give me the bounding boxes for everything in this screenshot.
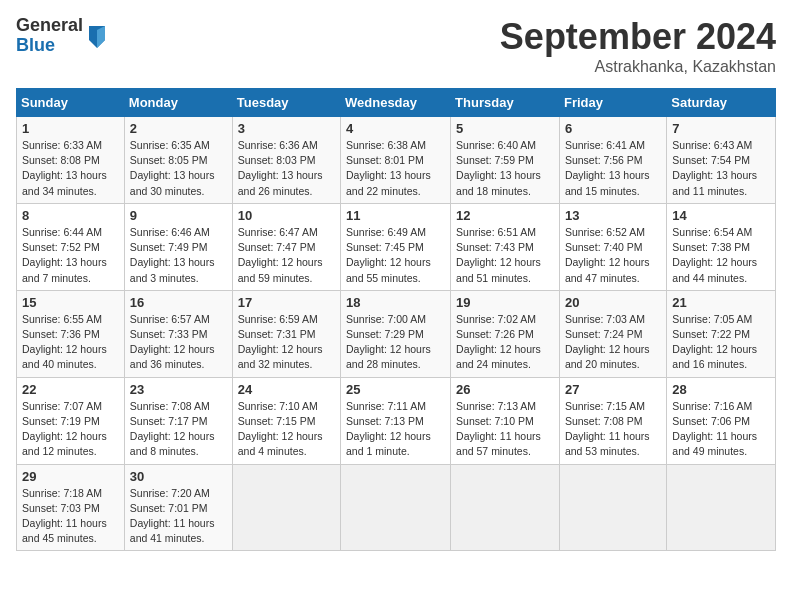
calendar-cell: 27Sunrise: 7:15 AM Sunset: 7:08 PM Dayli… [559,377,666,464]
day-info: Sunrise: 7:13 AM Sunset: 7:10 PM Dayligh… [456,399,554,460]
day-number: 27 [565,382,661,397]
day-number: 15 [22,295,119,310]
day-number: 26 [456,382,554,397]
day-info: Sunrise: 6:51 AM Sunset: 7:43 PM Dayligh… [456,225,554,286]
day-info: Sunrise: 7:03 AM Sunset: 7:24 PM Dayligh… [565,312,661,373]
logo-general: General [16,16,83,36]
col-header-tuesday: Tuesday [232,89,340,117]
calendar-cell: 16Sunrise: 6:57 AM Sunset: 7:33 PM Dayli… [124,290,232,377]
calendar-cell: 11Sunrise: 6:49 AM Sunset: 7:45 PM Dayli… [341,203,451,290]
calendar-cell: 15Sunrise: 6:55 AM Sunset: 7:36 PM Dayli… [17,290,125,377]
calendar-cell: 5Sunrise: 6:40 AM Sunset: 7:59 PM Daylig… [451,117,560,204]
day-info: Sunrise: 6:33 AM Sunset: 8:08 PM Dayligh… [22,138,119,199]
day-number: 24 [238,382,335,397]
calendar-cell: 4Sunrise: 6:38 AM Sunset: 8:01 PM Daylig… [341,117,451,204]
day-info: Sunrise: 6:40 AM Sunset: 7:59 PM Dayligh… [456,138,554,199]
calendar-cell: 13Sunrise: 6:52 AM Sunset: 7:40 PM Dayli… [559,203,666,290]
day-info: Sunrise: 6:55 AM Sunset: 7:36 PM Dayligh… [22,312,119,373]
calendar-cell [341,464,451,551]
day-number: 7 [672,121,770,136]
calendar-cell: 18Sunrise: 7:00 AM Sunset: 7:29 PM Dayli… [341,290,451,377]
day-info: Sunrise: 7:10 AM Sunset: 7:15 PM Dayligh… [238,399,335,460]
calendar-cell: 3Sunrise: 6:36 AM Sunset: 8:03 PM Daylig… [232,117,340,204]
calendar-cell [451,464,560,551]
day-number: 13 [565,208,661,223]
day-number: 6 [565,121,661,136]
day-number: 23 [130,382,227,397]
day-info: Sunrise: 7:11 AM Sunset: 7:13 PM Dayligh… [346,399,445,460]
day-number: 9 [130,208,227,223]
day-number: 28 [672,382,770,397]
col-header-monday: Monday [124,89,232,117]
day-info: Sunrise: 6:57 AM Sunset: 7:33 PM Dayligh… [130,312,227,373]
calendar-cell: 20Sunrise: 7:03 AM Sunset: 7:24 PM Dayli… [559,290,666,377]
day-info: Sunrise: 6:36 AM Sunset: 8:03 PM Dayligh… [238,138,335,199]
day-number: 1 [22,121,119,136]
month-title: September 2024 [500,16,776,58]
day-number: 14 [672,208,770,223]
day-info: Sunrise: 6:44 AM Sunset: 7:52 PM Dayligh… [22,225,119,286]
title-block: September 2024 Astrakhanka, Kazakhstan [500,16,776,76]
day-number: 12 [456,208,554,223]
logo: General Blue [16,16,109,56]
day-number: 10 [238,208,335,223]
calendar-cell: 8Sunrise: 6:44 AM Sunset: 7:52 PM Daylig… [17,203,125,290]
day-info: Sunrise: 6:41 AM Sunset: 7:56 PM Dayligh… [565,138,661,199]
calendar-cell: 24Sunrise: 7:10 AM Sunset: 7:15 PM Dayli… [232,377,340,464]
day-number: 8 [22,208,119,223]
header-row: SundayMondayTuesdayWednesdayThursdayFrid… [17,89,776,117]
week-row: 8Sunrise: 6:44 AM Sunset: 7:52 PM Daylig… [17,203,776,290]
week-row: 15Sunrise: 6:55 AM Sunset: 7:36 PM Dayli… [17,290,776,377]
calendar-cell: 9Sunrise: 6:46 AM Sunset: 7:49 PM Daylig… [124,203,232,290]
col-header-thursday: Thursday [451,89,560,117]
col-header-sunday: Sunday [17,89,125,117]
day-info: Sunrise: 6:35 AM Sunset: 8:05 PM Dayligh… [130,138,227,199]
day-number: 20 [565,295,661,310]
day-info: Sunrise: 7:18 AM Sunset: 7:03 PM Dayligh… [22,486,119,547]
calendar-cell [667,464,776,551]
day-info: Sunrise: 6:46 AM Sunset: 7:49 PM Dayligh… [130,225,227,286]
col-header-wednesday: Wednesday [341,89,451,117]
day-info: Sunrise: 6:38 AM Sunset: 8:01 PM Dayligh… [346,138,445,199]
day-number: 21 [672,295,770,310]
calendar-cell: 26Sunrise: 7:13 AM Sunset: 7:10 PM Dayli… [451,377,560,464]
day-info: Sunrise: 6:52 AM Sunset: 7:40 PM Dayligh… [565,225,661,286]
calendar-cell: 6Sunrise: 6:41 AM Sunset: 7:56 PM Daylig… [559,117,666,204]
day-info: Sunrise: 7:07 AM Sunset: 7:19 PM Dayligh… [22,399,119,460]
calendar-cell: 25Sunrise: 7:11 AM Sunset: 7:13 PM Dayli… [341,377,451,464]
day-number: 16 [130,295,227,310]
calendar-cell: 30Sunrise: 7:20 AM Sunset: 7:01 PM Dayli… [124,464,232,551]
calendar-cell: 10Sunrise: 6:47 AM Sunset: 7:47 PM Dayli… [232,203,340,290]
col-header-friday: Friday [559,89,666,117]
day-number: 30 [130,469,227,484]
calendar-cell: 28Sunrise: 7:16 AM Sunset: 7:06 PM Dayli… [667,377,776,464]
calendar-cell: 7Sunrise: 6:43 AM Sunset: 7:54 PM Daylig… [667,117,776,204]
day-number: 3 [238,121,335,136]
day-number: 18 [346,295,445,310]
calendar-cell [232,464,340,551]
day-info: Sunrise: 7:15 AM Sunset: 7:08 PM Dayligh… [565,399,661,460]
week-row: 22Sunrise: 7:07 AM Sunset: 7:19 PM Dayli… [17,377,776,464]
calendar-cell: 29Sunrise: 7:18 AM Sunset: 7:03 PM Dayli… [17,464,125,551]
day-number: 5 [456,121,554,136]
day-info: Sunrise: 7:02 AM Sunset: 7:26 PM Dayligh… [456,312,554,373]
calendar-cell: 21Sunrise: 7:05 AM Sunset: 7:22 PM Dayli… [667,290,776,377]
week-row: 29Sunrise: 7:18 AM Sunset: 7:03 PM Dayli… [17,464,776,551]
calendar-cell [559,464,666,551]
calendar-cell: 14Sunrise: 6:54 AM Sunset: 7:38 PM Dayli… [667,203,776,290]
day-number: 17 [238,295,335,310]
day-info: Sunrise: 7:05 AM Sunset: 7:22 PM Dayligh… [672,312,770,373]
day-info: Sunrise: 6:49 AM Sunset: 7:45 PM Dayligh… [346,225,445,286]
page-header: General Blue September 2024 Astrakhanka,… [16,16,776,76]
day-info: Sunrise: 6:43 AM Sunset: 7:54 PM Dayligh… [672,138,770,199]
calendar-cell: 2Sunrise: 6:35 AM Sunset: 8:05 PM Daylig… [124,117,232,204]
calendar-table: SundayMondayTuesdayWednesdayThursdayFrid… [16,88,776,551]
day-info: Sunrise: 6:47 AM Sunset: 7:47 PM Dayligh… [238,225,335,286]
calendar-cell: 22Sunrise: 7:07 AM Sunset: 7:19 PM Dayli… [17,377,125,464]
calendar-cell: 17Sunrise: 6:59 AM Sunset: 7:31 PM Dayli… [232,290,340,377]
col-header-saturday: Saturday [667,89,776,117]
logo-blue: Blue [16,36,83,56]
day-number: 29 [22,469,119,484]
calendar-cell: 12Sunrise: 6:51 AM Sunset: 7:43 PM Dayli… [451,203,560,290]
day-info: Sunrise: 7:20 AM Sunset: 7:01 PM Dayligh… [130,486,227,547]
